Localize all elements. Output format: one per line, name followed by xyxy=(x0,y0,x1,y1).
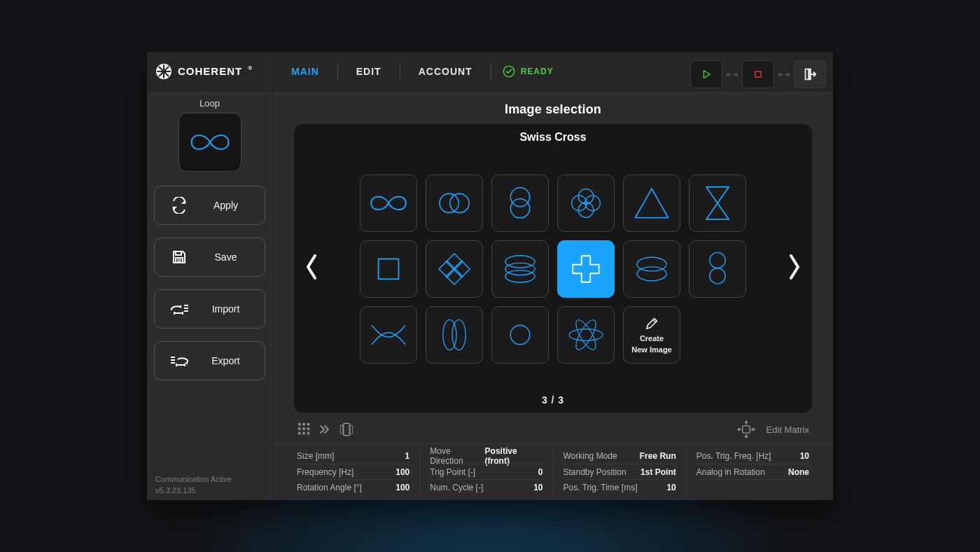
shape-tile-triangle[interactable] xyxy=(623,174,680,232)
svg-point-36 xyxy=(452,319,465,350)
app-window: COHERENT ® MAIN EDIT ACCOUNT READY xyxy=(147,52,833,500)
param-row: Pos. Trig. Time [ms]10 xyxy=(564,479,676,495)
param-value: None xyxy=(788,467,809,477)
svg-rect-44 xyxy=(307,423,310,426)
svg-rect-47 xyxy=(307,427,310,430)
action-connector xyxy=(728,74,736,75)
create-new-image-tile[interactable]: Create New Image xyxy=(623,306,680,364)
param-row: Standby Position1st Point xyxy=(564,464,676,479)
exit-icon xyxy=(802,67,818,82)
atom-icon xyxy=(565,314,607,356)
nav-edit[interactable]: EDIT xyxy=(338,62,400,81)
svg-rect-10 xyxy=(176,258,183,263)
shape-tile-dna[interactable] xyxy=(360,306,417,364)
loop-preview-tile[interactable] xyxy=(178,113,241,172)
shape-tile-lens2tall[interactable] xyxy=(426,306,483,364)
shape-tile-venn2[interactable] xyxy=(426,174,483,232)
play-button[interactable] xyxy=(690,60,722,88)
matrix-toolbar: Edit Matrix xyxy=(294,413,812,443)
diamond4-icon xyxy=(434,249,475,289)
param-key: Size [mm] xyxy=(297,451,334,461)
param-key: Frequency [Hz] xyxy=(297,467,354,477)
shape-tile-infinity[interactable] xyxy=(360,174,417,232)
pencil-icon xyxy=(644,316,659,331)
apply-button[interactable]: Apply xyxy=(154,186,265,225)
apply-icon xyxy=(169,197,189,214)
brand: COHERENT ® xyxy=(147,52,273,91)
param-value: 1st Point xyxy=(640,467,676,477)
svg-rect-7 xyxy=(755,71,761,77)
param-key: Move Direction xyxy=(430,446,484,466)
exit-button[interactable] xyxy=(794,60,826,88)
page-next[interactable] xyxy=(787,253,802,284)
svg-rect-43 xyxy=(302,423,305,426)
status-indicator: READY xyxy=(491,65,565,78)
nav-main[interactable]: MAIN xyxy=(273,62,337,81)
export-button[interactable]: Export xyxy=(154,341,265,380)
shape-tile-swiss-cross[interactable] xyxy=(557,240,615,298)
save-label: Save xyxy=(195,251,256,263)
shape-tile-hourglass[interactable] xyxy=(689,174,746,232)
shape-tile-lens2h[interactable] xyxy=(623,240,680,298)
svg-rect-27 xyxy=(379,259,399,280)
svg-point-19 xyxy=(440,193,458,212)
svg-point-37 xyxy=(510,325,530,345)
sidebar: Loop Apply xyxy=(147,91,273,500)
swiss-cross-icon xyxy=(568,251,604,287)
shape-tile-venn2v[interactable] xyxy=(491,174,549,232)
param-key: Num. Cycle [-] xyxy=(430,483,483,492)
infinity-icon xyxy=(367,189,410,217)
shape-tile-atom[interactable] xyxy=(557,306,615,364)
edit-matrix-button[interactable]: Edit Matrix xyxy=(733,419,809,440)
pager: 3 / 3 xyxy=(336,394,770,406)
svg-rect-45 xyxy=(298,427,301,430)
shape-grid: Create New Image xyxy=(336,151,770,387)
brand-logo-icon xyxy=(155,63,172,80)
svg-point-38 xyxy=(569,329,603,341)
pattern-stack-icon[interactable] xyxy=(337,420,356,439)
shape-tile-lens2v[interactable] xyxy=(689,240,746,298)
svg-rect-49 xyxy=(302,432,305,435)
page-prev[interactable] xyxy=(304,253,319,284)
main: Image selection Swiss Cross xyxy=(273,91,833,500)
triangle-icon xyxy=(632,185,671,221)
svg-point-30 xyxy=(505,270,535,282)
export-icon xyxy=(169,352,190,369)
import-icon xyxy=(169,301,190,317)
param-value: 0 xyxy=(538,467,543,477)
stop-button[interactable] xyxy=(742,60,774,88)
param-key: Rotation Angle [°] xyxy=(297,483,362,492)
apply-label: Apply xyxy=(195,200,256,211)
double-chevron-right-icon xyxy=(319,425,330,434)
shape-tile-square[interactable] xyxy=(360,240,417,298)
shape-tile-flower4[interactable] xyxy=(557,174,615,232)
brand-label: COHERENT xyxy=(178,65,242,77)
nav: MAIN EDIT ACCOUNT READY xyxy=(273,52,565,90)
save-button[interactable]: Save xyxy=(154,237,265,277)
play-icon xyxy=(700,68,713,81)
nav-account[interactable]: ACCOUNT xyxy=(400,62,491,81)
header-actions xyxy=(690,60,826,88)
params-col-4: Pos. Trig. Freq. [Hz]10 Analog in Rotati… xyxy=(686,448,819,495)
param-row: Rotation Angle [°]100 xyxy=(297,479,410,495)
shape-tile-diamond4[interactable] xyxy=(426,240,483,298)
chevron-right-icon xyxy=(787,253,802,281)
params-col-3: Working ModeFree Run Standby Position1st… xyxy=(553,448,686,495)
svg-rect-9 xyxy=(176,251,181,255)
import-button[interactable]: Import xyxy=(154,289,265,329)
stack-rings-icon xyxy=(498,249,542,289)
param-key xyxy=(696,483,699,492)
shape-tile-stackrings[interactable] xyxy=(491,240,549,298)
shape-tile-circle[interactable] xyxy=(491,306,549,364)
dna-icon xyxy=(368,317,410,352)
param-key: Trig Point [-] xyxy=(430,467,475,477)
svg-rect-53 xyxy=(350,425,352,434)
svg-rect-50 xyxy=(307,432,310,435)
svg-rect-51 xyxy=(344,423,350,435)
svg-point-22 xyxy=(510,199,529,218)
svg-point-32 xyxy=(637,267,666,281)
param-row: Pos. Trig. Freq. [Hz]10 xyxy=(696,448,809,464)
grid-icon[interactable] xyxy=(297,422,312,437)
param-row: Trig Point [-]0 xyxy=(430,464,542,479)
edit-matrix-label: Edit Matrix xyxy=(766,425,809,435)
